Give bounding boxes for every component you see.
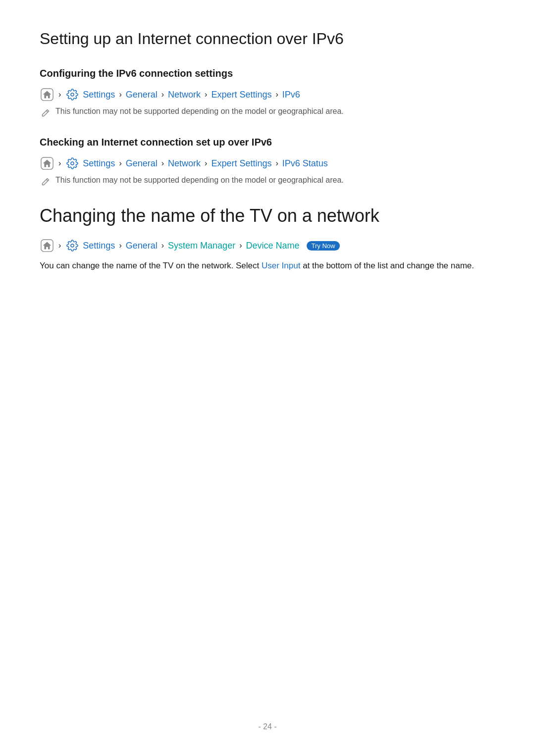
arrow-12: ›: [119, 241, 121, 250]
nav-ipv6-status[interactable]: IPv6 Status: [282, 158, 328, 169]
section-title-configuring: Configuring the IPv6 connection settings: [40, 68, 495, 79]
page-footer: - 24 -: [0, 722, 535, 731]
arrow-9: ›: [205, 159, 207, 168]
try-now-badge[interactable]: Try Now: [307, 241, 340, 251]
nav-device-name[interactable]: Device Name: [246, 241, 299, 251]
note-text-checking: This function may not be supported depen…: [55, 176, 344, 185]
nav-settings-1[interactable]: Settings: [83, 90, 115, 100]
gear-icon-1: [65, 87, 80, 102]
user-input-link[interactable]: User Input: [262, 261, 300, 270]
nav-path-device-name: › Settings › General › System Manager › …: [40, 238, 495, 253]
section-title-checking: Checking an Internet connection set up o…: [40, 137, 495, 148]
home-icon-3: [40, 238, 54, 253]
note-text-configuring: This function may not be supported depen…: [55, 107, 344, 116]
arrow-10: ›: [275, 159, 278, 168]
main-section-title: Changing the name of the TV on a network: [40, 205, 495, 226]
nav-network-2[interactable]: Network: [168, 158, 201, 169]
home-icon-2: [40, 156, 54, 171]
nav-ipv6-1[interactable]: IPv6: [282, 90, 300, 100]
arrow-6: ›: [58, 159, 61, 168]
nav-general-1[interactable]: General: [126, 90, 158, 100]
arrow-13: ›: [161, 241, 164, 250]
section-checking: Checking an Internet connection set up o…: [40, 137, 495, 188]
nav-path-configuring: › Settings › General › Network › Expert …: [40, 87, 495, 102]
body-text-device-name: You can change the name of the TV on the…: [40, 259, 495, 272]
nav-system-manager[interactable]: System Manager: [168, 241, 235, 251]
page-number: - 24 -: [258, 722, 276, 731]
nav-settings-3[interactable]: Settings: [83, 241, 115, 251]
section-changing-name: Changing the name of the TV on a network…: [40, 205, 495, 272]
gear-icon-3: [65, 238, 80, 253]
gear-icon-2: [65, 156, 80, 171]
arrow-7: ›: [119, 159, 121, 168]
note-row-configuring: This function may not be supported depen…: [40, 107, 495, 119]
nav-network-1[interactable]: Network: [168, 90, 201, 100]
pencil-icon-1: [40, 108, 51, 119]
home-icon: [40, 87, 54, 102]
arrow-1: ›: [58, 90, 61, 99]
nav-general-3[interactable]: General: [126, 241, 158, 251]
section-configuring: Configuring the IPv6 connection settings…: [40, 68, 495, 119]
arrow-2: ›: [119, 90, 121, 99]
nav-general-2[interactable]: General: [126, 158, 158, 169]
arrow-11: ›: [58, 241, 61, 250]
note-row-checking: This function may not be supported depen…: [40, 176, 495, 188]
arrow-4: ›: [205, 90, 207, 99]
pencil-icon-2: [40, 177, 51, 188]
nav-expert-settings-1[interactable]: Expert Settings: [211, 90, 271, 100]
nav-settings-2[interactable]: Settings: [83, 158, 115, 169]
arrow-3: ›: [161, 90, 164, 99]
arrow-14: ›: [239, 241, 242, 250]
arrow-5: ›: [275, 90, 278, 99]
nav-path-checking: › Settings › General › Network › Expert …: [40, 156, 495, 171]
page-title: Setting up an Internet connection over I…: [40, 30, 495, 48]
arrow-8: ›: [161, 159, 164, 168]
nav-expert-settings-2[interactable]: Expert Settings: [211, 158, 271, 169]
